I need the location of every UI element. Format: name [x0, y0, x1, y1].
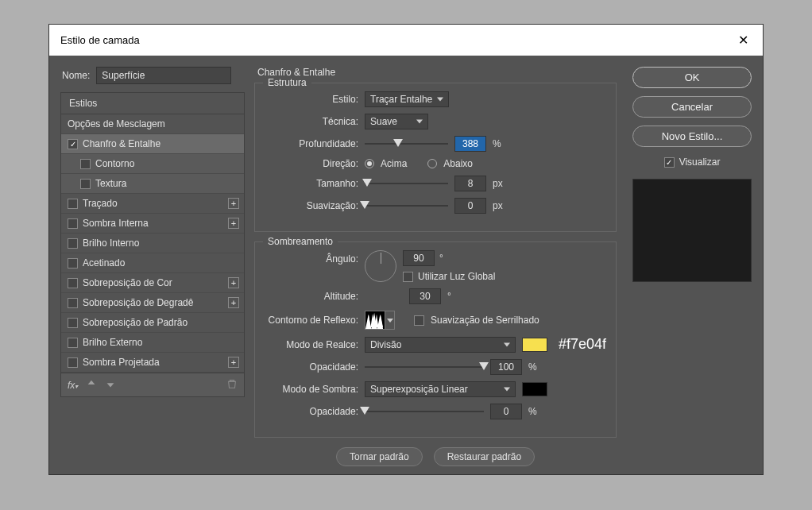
size-unit: px [493, 178, 503, 189]
effect-item-contour[interactable]: Contorno [61, 154, 244, 174]
direction-up-label: Acima [381, 158, 407, 169]
structure-legend: Estrutura [263, 77, 311, 88]
soften-label: Suavização: [265, 200, 358, 211]
checkbox-icon[interactable] [68, 298, 78, 308]
direction-down-radio[interactable] [427, 159, 437, 168]
checkbox-icon[interactable] [68, 318, 78, 328]
altitude-label: Altitude: [265, 291, 358, 302]
effect-item-drop-shadow[interactable]: Sombra Projetada + [61, 353, 244, 373]
blending-options-item[interactable]: Opções de Mesclagem [61, 114, 244, 134]
effect-item-stroke[interactable]: Traçado + [61, 194, 244, 214]
angle-dial[interactable] [365, 250, 396, 282]
structure-group: Estrutura Estilo: Traçar Entalhe Técnica… [254, 83, 617, 232]
layer-style-dialog: Estilo de camada ✕ Nome: Estilos Opções … [48, 24, 764, 475]
highlight-opacity-input[interactable]: 100 [490, 359, 522, 375]
depth-slider[interactable] [365, 138, 448, 149]
highlight-color-hex: #f7e04f [559, 336, 606, 353]
make-default-button[interactable]: Tornar padrão [336, 447, 423, 466]
checkbox-icon[interactable] [68, 278, 78, 288]
shadow-opacity-slider[interactable] [365, 406, 484, 417]
direction-up-radio[interactable] [365, 159, 374, 168]
effect-item-bevel[interactable]: Chanfro & Entalhe [61, 134, 244, 154]
effect-item-gradient-overlay[interactable]: Sobreposição de Degradê + [61, 293, 244, 313]
fx-icon[interactable]: fx▾ [68, 380, 78, 391]
preview-checkbox[interactable] [664, 157, 675, 168]
antialias-checkbox[interactable] [414, 315, 424, 326]
shadow-opacity-input[interactable]: 0 [490, 404, 522, 419]
checkbox-icon[interactable] [68, 357, 78, 368]
depth-unit: % [493, 138, 501, 149]
checkbox-icon[interactable] [68, 238, 78, 249]
highlight-opacity-unit: % [528, 361, 537, 373]
global-light-checkbox[interactable] [403, 272, 413, 282]
preview-thumbnail [632, 179, 752, 282]
checkbox-icon[interactable] [80, 159, 91, 169]
direction-down-label: Abaixo [443, 158, 473, 169]
soften-slider[interactable] [365, 200, 448, 211]
styles-footer: fx▾ [61, 373, 244, 396]
checkbox-icon[interactable] [80, 179, 91, 189]
effect-item-inner-glow[interactable]: Brilho Interno [61, 234, 244, 253]
gloss-label: Contorno de Reflexo: [265, 315, 358, 326]
style-select[interactable]: Traçar Entalhe [365, 91, 449, 107]
size-input[interactable]: 8 [454, 176, 486, 191]
angle-unit: ° [439, 253, 443, 264]
arrow-down-icon[interactable] [105, 378, 116, 392]
dialog-title: Estilo de camada [60, 34, 140, 46]
angle-input[interactable]: 90 [403, 250, 435, 266]
technique-label: Técnica: [265, 116, 358, 127]
highlight-color-swatch[interactable] [522, 338, 547, 352]
size-label: Tamanho: [265, 178, 358, 189]
gloss-contour-picker[interactable] [365, 311, 385, 330]
antialias-label: Suavização de Serrilhado [431, 315, 539, 326]
reset-default-button[interactable]: Restaurar padrão [434, 447, 535, 466]
preview-label: Visualizar [679, 156, 721, 168]
panel-title: Chanfro & Entalhe [254, 67, 617, 78]
style-label: Estilo: [265, 94, 358, 105]
trash-icon[interactable] [226, 378, 238, 392]
effect-item-texture[interactable]: Textura [61, 174, 244, 194]
effect-item-satin[interactable]: Acetinado [61, 253, 244, 273]
effect-item-outer-glow[interactable]: Brilho Externo [61, 333, 244, 353]
technique-select[interactable]: Suave [365, 114, 428, 129]
styles-header: Estilos [61, 93, 244, 114]
checkbox-icon[interactable] [68, 258, 78, 269]
close-icon[interactable]: ✕ [735, 33, 752, 48]
altitude-input[interactable]: 30 [409, 288, 441, 304]
add-icon[interactable]: + [228, 357, 239, 368]
add-icon[interactable]: + [228, 198, 239, 209]
altitude-unit: ° [447, 291, 451, 302]
shadow-mode-label: Modo de Sombra: [265, 384, 358, 395]
name-input[interactable] [96, 67, 231, 84]
chevron-down-icon[interactable] [385, 311, 395, 330]
cancel-button[interactable]: Cancelar [632, 96, 752, 118]
add-icon[interactable]: + [228, 297, 239, 308]
effect-item-color-overlay[interactable]: Sobreposição de Cor + [61, 273, 244, 293]
add-icon[interactable]: + [228, 218, 239, 229]
arrow-up-icon[interactable] [86, 378, 97, 392]
depth-input[interactable]: 388 [454, 136, 486, 152]
size-slider[interactable] [365, 178, 448, 189]
checkbox-icon[interactable] [68, 199, 78, 209]
global-light-label: Utilizar Luz Global [418, 271, 495, 282]
shadow-opacity-label: Opacidade: [265, 406, 358, 417]
shadow-color-swatch[interactable] [522, 382, 547, 396]
soften-unit: px [493, 200, 503, 211]
new-style-button[interactable]: Novo Estilo... [632, 126, 752, 147]
effect-item-inner-shadow[interactable]: Sombra Interna + [61, 214, 244, 234]
highlight-opacity-slider[interactable] [365, 361, 484, 373]
shading-group: Sombreamento Ângulo: 90 ° Utilizar Luz G… [254, 241, 617, 438]
add-icon[interactable]: + [228, 277, 239, 288]
highlight-mode-select[interactable]: Divisão [365, 337, 516, 353]
titlebar: Estilo de camada ✕ [49, 25, 763, 56]
name-label: Nome: [62, 70, 90, 81]
effect-item-pattern-overlay[interactable]: Sobreposição de Padrão [61, 313, 244, 333]
checkbox-icon[interactable] [68, 218, 78, 229]
shadow-mode-select[interactable]: Superexposição Linear [365, 381, 516, 397]
soften-input[interactable]: 0 [454, 198, 486, 214]
checkbox-icon[interactable] [68, 338, 78, 348]
checkbox-icon[interactable] [68, 139, 78, 149]
highlight-mode-label: Modo de Realce: [265, 339, 358, 350]
highlight-opacity-label: Opacidade: [265, 361, 358, 373]
ok-button[interactable]: OK [632, 67, 752, 88]
